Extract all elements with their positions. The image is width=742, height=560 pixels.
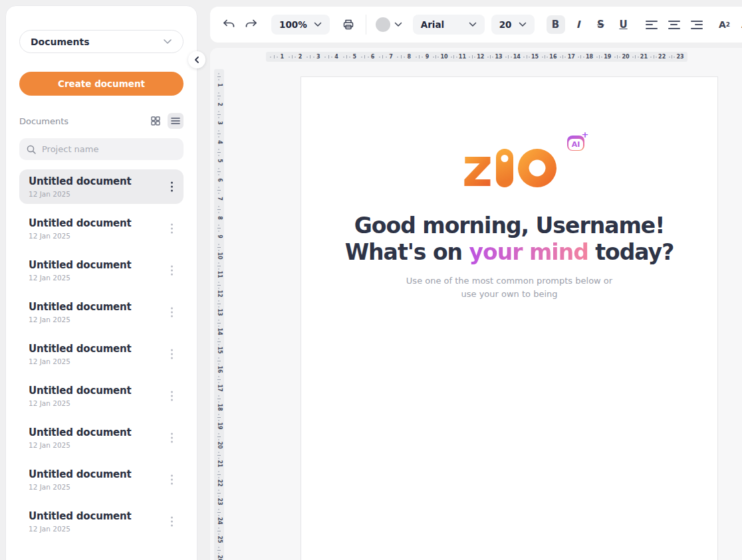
workspace-selector[interactable]: Documents bbox=[19, 30, 184, 53]
font-size-select[interactable]: 20 bbox=[491, 15, 535, 35]
font-size-value: 20 bbox=[499, 19, 512, 30]
document-date: 12 Jan 2025 bbox=[29, 483, 161, 491]
sidebar-collapse-button[interactable] bbox=[188, 51, 205, 68]
bold-label: B bbox=[552, 19, 559, 31]
logo-letter-i bbox=[496, 149, 513, 187]
ruler-number: 3 bbox=[316, 54, 320, 60]
document-list-item[interactable]: Untitled document 12 Jan 2025 bbox=[19, 337, 184, 371]
ruler-number: 4 bbox=[216, 140, 221, 144]
ruler-number: 16 bbox=[216, 365, 221, 373]
ruler-number: 18 bbox=[586, 54, 593, 60]
ruler-number: 5 bbox=[353, 54, 357, 60]
ruler-unit: 20 bbox=[613, 54, 631, 60]
font-family-value: Arial bbox=[421, 19, 444, 30]
document-date: 12 Jan 2025 bbox=[29, 190, 161, 198]
ruler-number: 10 bbox=[441, 54, 448, 60]
document-list-item[interactable]: Untitled document 12 Jan 2025 bbox=[19, 211, 184, 246]
bold-button[interactable]: B bbox=[547, 15, 565, 34]
logo-letter-o bbox=[518, 149, 556, 187]
ruler-unit: 10 bbox=[432, 54, 449, 60]
ruler-number: 14 bbox=[513, 54, 521, 60]
ruler-unit: 25 bbox=[215, 525, 223, 545]
document-page[interactable]: z AI + Good morning, Username! What's on… bbox=[301, 76, 718, 560]
document-list-item[interactable]: Untitled document 12 Jan 2025 bbox=[19, 379, 184, 413]
ruler-number: 3 bbox=[216, 122, 221, 126]
ruler-unit: 22 bbox=[215, 469, 223, 488]
italic-button[interactable]: I bbox=[569, 15, 588, 34]
strikethrough-button[interactable]: S bbox=[592, 15, 610, 34]
ruler-unit: 1 bbox=[217, 71, 221, 90]
ruler-number: 5 bbox=[216, 159, 221, 163]
ruler-number: 8 bbox=[216, 216, 221, 220]
ai-badge: AI + bbox=[567, 136, 585, 151]
redo-button[interactable] bbox=[242, 15, 261, 34]
ruler-unit: 9 bbox=[413, 54, 431, 60]
create-document-button[interactable]: Create document bbox=[19, 72, 184, 96]
grid-view-icon[interactable] bbox=[148, 113, 164, 129]
kebab-menu-icon[interactable] bbox=[168, 263, 176, 278]
align-left-button[interactable] bbox=[642, 15, 661, 34]
document-list-item[interactable]: Untitled document 12 Jan 2025 bbox=[19, 169, 184, 204]
vertical-ruler: 1 2 3 4 5 6 bbox=[214, 69, 224, 560]
ruler-unit: 10 bbox=[215, 242, 223, 261]
ruler-unit: 13 bbox=[215, 298, 223, 318]
ruler-unit: 2 bbox=[286, 54, 304, 60]
document-list-item[interactable]: Untitled document 12 Jan 2025 bbox=[19, 504, 184, 539]
kebab-menu-icon[interactable] bbox=[168, 347, 176, 362]
document-title: Untitled document bbox=[29, 385, 161, 397]
search-input[interactable] bbox=[42, 144, 177, 154]
superscript-base: A bbox=[719, 19, 726, 30]
kebab-menu-icon[interactable] bbox=[168, 472, 176, 488]
zoom-select[interactable]: 100% bbox=[271, 15, 330, 35]
ruler-unit: 1 bbox=[268, 54, 286, 60]
ruler-unit: 14 bbox=[215, 318, 223, 337]
kebab-menu-icon[interactable] bbox=[168, 389, 176, 404]
text-color-button[interactable] bbox=[373, 15, 405, 34]
ruler-number: 2 bbox=[299, 54, 303, 60]
undo-button[interactable] bbox=[219, 15, 238, 34]
ruler-number: 24 bbox=[216, 517, 221, 524]
ruler-unit: 18 bbox=[576, 54, 594, 60]
ruler-number: 23 bbox=[676, 54, 683, 60]
list-view-icon[interactable] bbox=[168, 113, 184, 129]
zio-logo: z AI + bbox=[462, 147, 557, 187]
document-list-item[interactable]: Untitled document 12 Jan 2025 bbox=[19, 295, 184, 329]
document-list-item[interactable]: Untitled document 12 Jan 2025 bbox=[19, 462, 184, 497]
kebab-menu-icon[interactable] bbox=[168, 179, 176, 195]
color-swatch bbox=[376, 17, 390, 32]
ruler-unit: 4 bbox=[217, 128, 221, 147]
align-center-button[interactable] bbox=[665, 15, 683, 34]
subscript-button[interactable]: A2 bbox=[738, 15, 742, 34]
kebab-menu-icon[interactable] bbox=[168, 305, 176, 320]
ruler-number: 22 bbox=[658, 54, 666, 60]
view-toggle bbox=[148, 113, 184, 129]
zoom-value: 100% bbox=[279, 19, 307, 30]
subtitle-line1: Use one of the most common prompts below… bbox=[406, 276, 612, 286]
ruler-number: 25 bbox=[216, 536, 221, 543]
kebab-menu-icon[interactable] bbox=[168, 514, 176, 529]
greeting-heading: Good morning, Username! What's on your m… bbox=[301, 213, 717, 265]
ai-badge-label: AI bbox=[568, 139, 584, 150]
italic-label: I bbox=[576, 19, 580, 31]
superscript-button[interactable]: A2 bbox=[715, 15, 734, 34]
ruler-unit: 12 bbox=[467, 54, 485, 60]
ruler-unit: 23 bbox=[215, 488, 223, 507]
ruler-unit: 19 bbox=[594, 54, 612, 60]
ruler-number: 9 bbox=[426, 54, 430, 60]
underline-button[interactable]: U bbox=[614, 15, 633, 34]
align-right-button[interactable] bbox=[687, 15, 706, 34]
kebab-menu-icon[interactable] bbox=[168, 430, 176, 446]
ruler-number: 8 bbox=[407, 54, 411, 60]
ruler-number: 14 bbox=[216, 327, 221, 335]
ruler-number: 17 bbox=[216, 385, 221, 392]
greeting-line2-suffix: today? bbox=[588, 239, 674, 265]
document-title: Untitled document bbox=[29, 510, 161, 522]
document-title: Untitled document bbox=[29, 259, 161, 271]
document-list-item[interactable]: Untitled document 12 Jan 2025 bbox=[19, 420, 184, 455]
ruler-unit: 15 bbox=[215, 336, 223, 355]
kebab-menu-icon[interactable] bbox=[168, 221, 176, 236]
document-list-item[interactable]: Untitled document 12 Jan 2025 bbox=[19, 253, 184, 288]
ruler-number: 15 bbox=[531, 54, 539, 60]
font-family-select[interactable]: Arial bbox=[413, 15, 485, 35]
print-button[interactable] bbox=[339, 15, 358, 34]
